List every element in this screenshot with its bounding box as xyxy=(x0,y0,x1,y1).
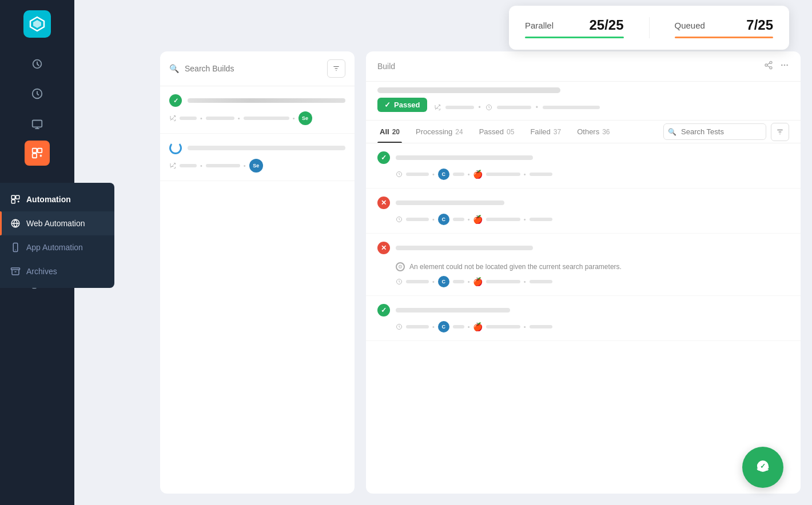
tab-passed[interactable]: Passed 05 xyxy=(477,121,517,143)
browser-icon-2: C xyxy=(438,214,449,225)
build-detail-meta: • • xyxy=(434,103,600,111)
search-tests-area: 🔍 xyxy=(663,123,789,141)
sidebar-item-dashboard[interactable] xyxy=(25,51,50,77)
stats-divider xyxy=(649,17,650,38)
test-error-message: ⚙ An element could not be located given … xyxy=(377,259,789,276)
detail-header-title: Build xyxy=(377,62,395,71)
sidebar-item-archives[interactable]: Archives xyxy=(0,259,114,283)
sidebar-item-app-automation[interactable]: App Automation xyxy=(0,235,114,259)
test-row-4[interactable]: ✓ • C • 🍎 • xyxy=(366,296,801,341)
test-meta-4: • C • 🍎 • xyxy=(377,321,789,332)
sidebar-item-web-automation[interactable]: Web Automation xyxy=(0,211,114,235)
build-title-bar-2 xyxy=(188,146,345,150)
app-automation-label: App Automation xyxy=(26,243,83,252)
svg-point-27 xyxy=(770,67,772,69)
svg-rect-16 xyxy=(11,200,15,203)
tab-all[interactable]: All 20 xyxy=(377,121,402,143)
svg-line-29 xyxy=(767,63,770,65)
test-meta-bar-2c xyxy=(486,218,520,221)
tab-passed-label: Passed xyxy=(479,127,504,136)
test-meta-bar-1b xyxy=(453,173,464,176)
parallel-stat: Parallel 25/25 xyxy=(525,17,624,38)
test-meta-2: • C • 🍎 • xyxy=(377,214,789,225)
build-meta-bar-b xyxy=(206,117,234,120)
tab-processing-label: Processing xyxy=(416,127,452,136)
test-meta-bar-1d xyxy=(530,173,552,176)
build-title-section: ✓ Passed • • xyxy=(366,82,801,121)
passed-badge: ✓ Passed xyxy=(377,98,427,112)
svg-point-30 xyxy=(781,65,783,66)
test-meta-bar-4d xyxy=(530,325,552,328)
test-status-success-1: ✓ xyxy=(377,151,390,164)
detail-header-actions xyxy=(764,61,789,72)
share-icon[interactable] xyxy=(764,61,773,72)
test-status-error-3: ✕ xyxy=(377,242,390,254)
web-automation-label: Web Automation xyxy=(26,219,85,228)
svg-rect-14 xyxy=(11,195,15,199)
sidebar-item-automation[interactable] xyxy=(25,141,50,166)
test-row-1[interactable]: ✓ • C • 🍎 • xyxy=(366,143,801,189)
search-tests-icon: 🔍 xyxy=(668,128,676,136)
tab-others-label: Others xyxy=(577,127,599,136)
test-row-3[interactable]: ✕ ⚙ An element could not be located give… xyxy=(366,234,801,296)
x-icon-2: ✕ xyxy=(381,199,387,207)
check-icon-4: ✓ xyxy=(381,306,387,314)
svg-rect-15 xyxy=(16,195,19,199)
build-status-loading-2 xyxy=(169,142,182,154)
search-tests-input[interactable] xyxy=(663,123,766,140)
more-options-icon[interactable] xyxy=(780,61,789,72)
test-meta-bar-3d xyxy=(530,280,552,283)
meta-bar-3 xyxy=(543,106,600,109)
tab-failed[interactable]: Failed 37 xyxy=(528,121,563,143)
detail-panel: Build ✓ Passed • xyxy=(366,51,801,494)
svg-point-31 xyxy=(784,65,786,66)
error-text-3: An element could not be located given th… xyxy=(409,263,622,271)
test-meta-1: • C • 🍎 • xyxy=(377,169,789,180)
browser-icon-1: C xyxy=(438,169,449,180)
tests-filter-button[interactable] xyxy=(771,123,789,141)
browser-icon-4: C xyxy=(438,321,449,332)
tests-list: ✓ • C • 🍎 • xyxy=(366,143,801,494)
test-meta-bar-3a xyxy=(406,280,429,283)
queued-bar xyxy=(675,37,774,38)
stats-panel: Parallel 25/25 Queued 7/25 xyxy=(509,6,789,50)
build-item-1[interactable]: ✓ • • • Se xyxy=(160,86,355,134)
submenu-header: Automation xyxy=(0,187,114,211)
build-meta-2: • • Se xyxy=(169,159,345,173)
queued-stat: Queued 7/25 xyxy=(675,17,774,38)
test-meta-bar-2b xyxy=(453,218,464,221)
build-meta-bar-a xyxy=(180,117,197,120)
submenu: Automation Web Automation App Automation… xyxy=(0,183,114,288)
passed-check-icon: ✓ xyxy=(384,101,391,109)
builds-search-bar: 🔍 xyxy=(160,51,355,86)
tab-others[interactable]: Others 36 xyxy=(575,121,612,143)
logo[interactable] xyxy=(23,10,51,38)
submenu-parent-label: Automation xyxy=(26,195,71,204)
svg-point-32 xyxy=(786,65,788,66)
test-row-2[interactable]: ✕ • C • 🍎 • xyxy=(366,189,801,234)
build-avatar-1: Se xyxy=(298,111,312,125)
error-icon-3: ⚙ xyxy=(396,262,405,271)
test-status-success-4: ✓ xyxy=(377,304,390,316)
passed-label: Passed xyxy=(394,101,420,109)
build-item-2[interactable]: • • Se xyxy=(160,134,355,181)
sidebar-item-live[interactable] xyxy=(25,111,50,136)
sidebar-item-history[interactable] xyxy=(25,81,50,106)
svg-rect-2 xyxy=(33,121,42,127)
svg-point-26 xyxy=(765,64,767,66)
tab-failed-count: 37 xyxy=(554,128,561,136)
parallel-label: Parallel xyxy=(525,21,554,30)
tab-processing[interactable]: Processing 24 xyxy=(413,121,465,143)
test-title-bar-1 xyxy=(396,155,533,160)
os-icon-1: 🍎 xyxy=(473,170,483,179)
builds-filter-button[interactable] xyxy=(327,59,345,78)
test-meta-bar-4a xyxy=(406,325,429,328)
build-meta-bar-c xyxy=(244,117,289,120)
search-builds-input[interactable] xyxy=(185,64,321,73)
svg-rect-3 xyxy=(33,149,37,153)
os-icon-4: 🍎 xyxy=(473,322,483,331)
test-meta-bar-2d xyxy=(530,218,552,221)
x-icon-3: ✕ xyxy=(381,244,387,252)
main-content: 🔍 ✓ • • • Se xyxy=(74,0,812,505)
os-icon-3: 🍎 xyxy=(473,277,483,286)
